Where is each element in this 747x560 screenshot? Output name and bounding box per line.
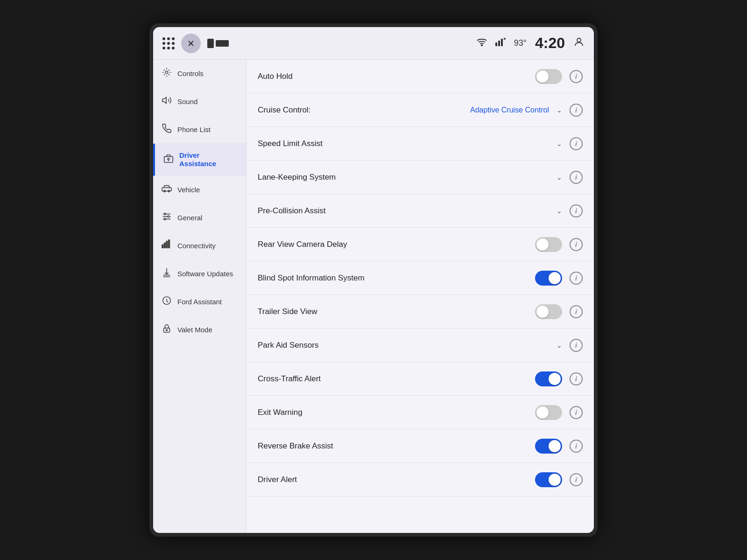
speed-limit-info[interactable]: i: [570, 137, 583, 150]
sidebar-label: Software Updates: [177, 270, 233, 278]
sidebar-label: Controls: [177, 70, 204, 78]
setting-row-reverse-brake: Reverse Brake Assist i: [247, 429, 594, 463]
cross-traffic-info[interactable]: i: [570, 372, 583, 385]
sidebar-item-ford-assistant[interactable]: Ford Assistant: [153, 288, 246, 316]
setting-row-cross-traffic: Cross-Traffic Alert i: [247, 362, 594, 396]
lane-keeping-label: Lane-Keeping System: [258, 173, 557, 182]
cruise-control-chevron[interactable]: ⌄: [557, 106, 562, 114]
setting-row-trailer-side: Trailer Side View i: [247, 295, 594, 329]
blind-spot-info[interactable]: i: [570, 272, 583, 285]
pre-collision-info[interactable]: i: [570, 204, 583, 217]
setting-row-pre-collision: Pre-Collision Assist ⌄ i: [247, 194, 594, 228]
sidebar-label: General: [177, 214, 202, 222]
setting-row-auto-hold: Auto Hold i: [247, 60, 594, 93]
svg-point-2: [481, 45, 482, 46]
lane-keeping-chevron[interactable]: ⌄: [557, 174, 562, 181]
driver-alert-info[interactable]: i: [570, 473, 583, 486]
svg-point-9: [165, 71, 168, 74]
rear-view-controls: i: [535, 237, 583, 252]
pre-collision-label: Pre-Collision Assist: [258, 206, 557, 216]
cruise-control-label: Cruise Control:: [258, 105, 470, 115]
blind-spot-toggle[interactable]: [535, 271, 562, 286]
rear-view-label: Rear View Camera Delay: [258, 240, 535, 249]
rear-view-info[interactable]: i: [570, 238, 583, 251]
cruise-control-info[interactable]: i: [570, 104, 583, 117]
user-icon[interactable]: [573, 36, 585, 50]
apps-icon[interactable]: [162, 37, 175, 49]
driver-alert-toggle[interactable]: [535, 472, 562, 487]
sidebar-item-sound[interactable]: Sound: [153, 88, 246, 116]
speed-limit-chevron[interactable]: ⌄: [557, 140, 562, 147]
speed-limit-controls: ⌄ i: [557, 137, 583, 150]
valet-icon: [162, 323, 172, 336]
ford-assistant-icon: [162, 295, 172, 308]
rear-view-toggle[interactable]: [535, 237, 562, 252]
park-aid-controls: ⌄ i: [557, 339, 583, 352]
driver-alert-controls: i: [535, 472, 583, 487]
park-aid-chevron[interactable]: ⌄: [557, 342, 562, 349]
svg-point-12: [168, 158, 169, 160]
phone-icon: [162, 123, 172, 136]
svg-rect-22: [162, 245, 163, 248]
pre-collision-controls: ⌄ i: [557, 204, 583, 217]
sidebar-item-controls[interactable]: Controls: [153, 60, 246, 88]
sidebar-label: Valet Mode: [177, 326, 212, 334]
auto-hold-toggle[interactable]: [535, 69, 562, 84]
auto-hold-label: Auto Hold: [258, 72, 535, 81]
controls-icon: [162, 67, 172, 80]
sidebar-label: Driver Assistance: [179, 151, 238, 168]
temperature: 93°: [514, 38, 527, 48]
park-aid-info[interactable]: i: [570, 339, 583, 352]
trailer-side-toggle[interactable]: [535, 304, 562, 319]
cross-traffic-toggle[interactable]: [535, 371, 562, 386]
auto-hold-controls: i: [535, 69, 583, 84]
header-left: [162, 34, 477, 53]
signal-icon: [495, 38, 506, 49]
pre-collision-chevron[interactable]: ⌄: [557, 207, 562, 215]
svg-marker-10: [162, 98, 166, 104]
sidebar-label: Connectivity: [177, 242, 216, 250]
setting-row-exit-warning: Exit Warning i: [247, 396, 594, 429]
setting-row-lane-keeping: Lane-Keeping System ⌄ i: [247, 161, 594, 194]
trailer-side-info[interactable]: i: [570, 305, 583, 318]
header-right: 93° 4:20: [477, 35, 585, 52]
header: 93° 4:20: [153, 27, 594, 60]
sidebar-item-general[interactable]: General: [153, 204, 246, 232]
sidebar-item-valet-mode[interactable]: Valet Mode: [153, 316, 246, 344]
reverse-brake-info[interactable]: i: [570, 440, 583, 453]
connectivity-icon: [162, 239, 172, 252]
exit-warning-toggle[interactable]: [535, 405, 562, 420]
svg-point-19: [164, 213, 166, 215]
sidebar-item-phone[interactable]: Phone List: [153, 116, 246, 144]
setting-row-speed-limit: Speed Limit Assist ⌄ i: [247, 127, 594, 161]
sidebar-item-software[interactable]: Software Updates: [153, 260, 246, 288]
screen-bezel: 93° 4:20: [149, 23, 598, 537]
auto-hold-info[interactable]: i: [570, 70, 583, 83]
sound-icon: [162, 95, 172, 108]
clock: 4:20: [535, 35, 565, 52]
exit-warning-info[interactable]: i: [570, 406, 583, 419]
close-button[interactable]: [181, 34, 201, 53]
media-icon: [207, 39, 229, 48]
setting-row-rear-view: Rear View Camera Delay i: [247, 228, 594, 261]
sidebar-item-driver-assistance[interactable]: Driver Assistance: [153, 144, 246, 176]
svg-point-28: [166, 329, 168, 331]
reverse-brake-controls: i: [535, 439, 583, 454]
screen: 93° 4:20: [153, 27, 594, 533]
exit-warning-label: Exit Warning: [258, 408, 535, 417]
main-content: Controls Sound: [153, 60, 594, 533]
reverse-brake-toggle[interactable]: [535, 439, 562, 454]
cruise-control-controls: Adaptive Cruise Control ⌄ i: [470, 104, 583, 117]
sidebar-item-connectivity[interactable]: Connectivity: [153, 232, 246, 260]
lane-keeping-info[interactable]: i: [570, 171, 583, 184]
general-icon: [162, 211, 172, 224]
sidebar-item-vehicle[interactable]: Vehicle: [153, 176, 246, 204]
exit-warning-controls: i: [535, 405, 583, 420]
driver-alert-label: Driver Alert: [258, 475, 535, 484]
svg-point-20: [168, 216, 169, 217]
wifi-icon: [477, 38, 487, 49]
sidebar-label: Ford Assistant: [177, 298, 222, 306]
svg-rect-23: [164, 243, 166, 248]
reverse-brake-label: Reverse Brake Assist: [258, 441, 535, 451]
speed-limit-label: Speed Limit Assist: [258, 139, 557, 148]
